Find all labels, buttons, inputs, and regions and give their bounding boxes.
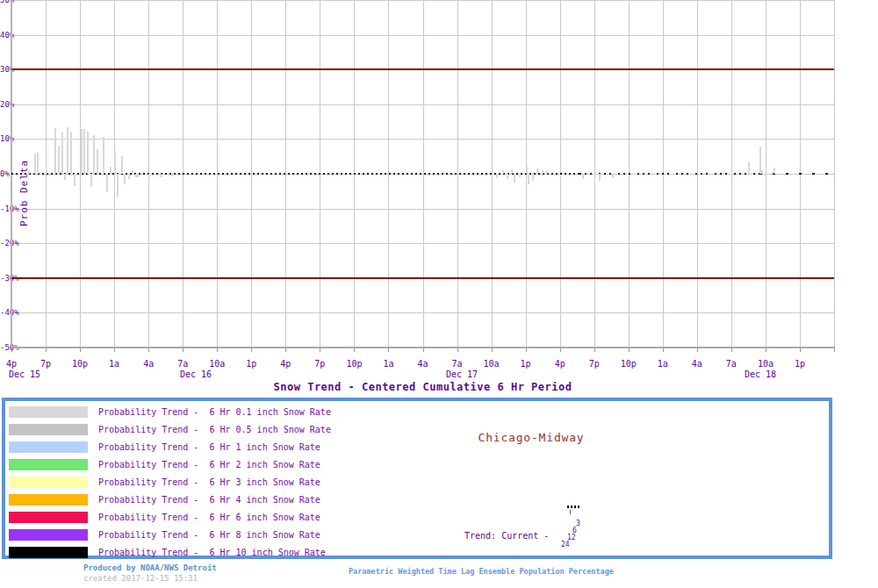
x-axis-line <box>11 347 835 348</box>
probability-bar <box>121 156 123 174</box>
grid-line-v <box>834 0 835 348</box>
legend-row: Probability Trend - 6 Hr 0.5 inch Snow R… <box>5 421 829 439</box>
y-axis-label: -40% <box>0 308 19 317</box>
legend-swatch <box>9 477 88 488</box>
legend-row: Probability Trend - 6 Hr 3 inch Snow Rat… <box>5 474 829 491</box>
probability-bar <box>599 174 601 181</box>
x-tick-label: 7a <box>726 359 737 369</box>
probability-bar <box>514 174 515 183</box>
probability-bar <box>171 174 173 176</box>
probability-bar <box>34 154 36 174</box>
x-tick-label: 4p <box>555 359 565 369</box>
probability-bar <box>761 170 763 174</box>
legend-swatch <box>9 459 88 470</box>
legend-box: Probability Trend - 6 Hr 0.1 inch Snow R… <box>2 398 832 559</box>
x-tick-label: 1a <box>658 359 668 369</box>
legend-label: Probability Trend - 6 Hr 6 inch Snow Rat… <box>98 513 320 523</box>
legend-label: Probability Trend - 6 Hr 1 inch Snow Rat… <box>98 442 320 453</box>
trend-dots-tick <box>570 510 571 514</box>
x-tick-label: 10a <box>209 359 225 369</box>
x-tick-label: 4p <box>6 359 17 369</box>
legend-swatch <box>9 494 88 506</box>
x-tick-label: 4a <box>143 359 154 369</box>
probability-bar <box>519 174 521 177</box>
probability-bar <box>542 170 543 174</box>
probability-bar <box>103 137 104 174</box>
probability-bar <box>148 174 150 177</box>
y-axis-title: Prob Delta <box>18 160 30 226</box>
x-date-label: Dec 18 <box>745 369 776 379</box>
probability-bar <box>748 161 750 174</box>
chart-title: Snow Trend - Centered Cumulative 6 Hr Pe… <box>11 381 834 393</box>
probability-bar <box>46 169 47 174</box>
x-tick-label: 1a <box>383 359 393 369</box>
probability-bar <box>54 128 56 174</box>
x-date-label: Dec 15 <box>9 369 40 379</box>
x-tick-label: 10a <box>484 359 500 369</box>
x-tick-label: 7p <box>314 359 325 369</box>
probability-bar <box>117 174 119 197</box>
footer-created-timestamp: created 2017-12-15 15:31 <box>83 574 198 583</box>
noaa-snow-trend-image: 50%40%30%20%10%0%-10%-20%-30%-40%-50%4p7… <box>0 0 878 588</box>
probability-bar <box>132 170 133 174</box>
probability-bar <box>83 129 85 174</box>
x-date-label: Dec 16 <box>180 369 212 379</box>
y-axis-label: -20% <box>0 239 19 247</box>
x-tick-label: 1p <box>521 359 531 369</box>
zero-trend-line <box>759 173 830 175</box>
probability-bar <box>532 174 534 181</box>
probability-bar <box>160 174 162 177</box>
y-axis-label: 0% <box>0 169 10 178</box>
legend-label: Probability Trend - 6 Hr 0.5 inch Snow R… <box>98 425 331 435</box>
trend-hour-label: 24 <box>561 541 570 549</box>
x-tick-label: 10a <box>758 359 774 369</box>
legend-swatch <box>9 406 88 418</box>
x-tick-label: 1a <box>109 359 119 369</box>
probability-bar <box>110 167 112 174</box>
legend-row: Probability Trend - 6 Hr 0.1 inch Snow R… <box>5 404 829 421</box>
probability-bar <box>61 133 63 174</box>
probability-bar <box>93 135 95 174</box>
footer-credit: Produced by NOAA/NWS Detroit <box>83 563 217 572</box>
legend-row: Probability Trend - 6 Hr 6 inch Snow Rat… <box>5 509 829 527</box>
legend-label: Probability Trend - 6 Hr 10 inch Snow Ra… <box>98 548 326 558</box>
legend-label: Probability Trend - 6 Hr 3 inch Snow Rat… <box>98 477 320 488</box>
x-tick-label: 7p <box>40 359 51 369</box>
threshold-line <box>11 68 834 70</box>
probability-bar <box>774 168 775 174</box>
x-tick-label: 7p <box>589 359 600 369</box>
legend-swatch <box>9 512 88 523</box>
probability-bar <box>64 174 66 180</box>
station-name: Chicago-Midway <box>479 431 585 444</box>
footer-description: Parametric Weighted Time Lag Ensemble Po… <box>349 567 614 576</box>
probability-bar <box>507 174 508 179</box>
probability-bar <box>87 132 89 174</box>
legend-swatch <box>9 441 88 453</box>
legend-row: Probability Trend - 6 Hr 10 inch Snow Ra… <box>5 544 829 562</box>
x-tick-label: 4a <box>417 359 428 369</box>
probability-bar <box>58 146 60 174</box>
probability-bar <box>67 127 68 174</box>
probability-bar <box>90 174 92 187</box>
probability-bar <box>612 174 614 178</box>
x-tick-label: 7a <box>177 359 188 369</box>
legend-row: Probability Trend - 6 Hr 1 inch Snow Rat… <box>5 439 829 456</box>
probability-bar <box>106 174 108 191</box>
probability-bar <box>582 174 584 179</box>
x-date-label: Dec 17 <box>446 369 478 379</box>
legend-label: Probability Trend - 6 Hr 4 inch Snow Rat… <box>98 495 320 506</box>
legend-swatch <box>9 529 88 541</box>
probability-bar <box>114 151 116 174</box>
probability-bar <box>48 174 50 176</box>
trend-current-label: Trend: Current - <box>464 531 549 541</box>
probability-bar <box>97 149 98 174</box>
x-tick-label: 7a <box>452 359 463 369</box>
x-tick-label: 1p <box>246 359 256 369</box>
x-tick-label: 10p <box>346 359 362 369</box>
trend-dots-sample <box>567 506 581 508</box>
probability-bar <box>528 174 529 184</box>
x-tick-label: 10p <box>72 359 88 369</box>
probability-bar <box>128 174 130 179</box>
probability-bar <box>81 129 83 174</box>
x-tick-label: 10p <box>621 359 637 369</box>
